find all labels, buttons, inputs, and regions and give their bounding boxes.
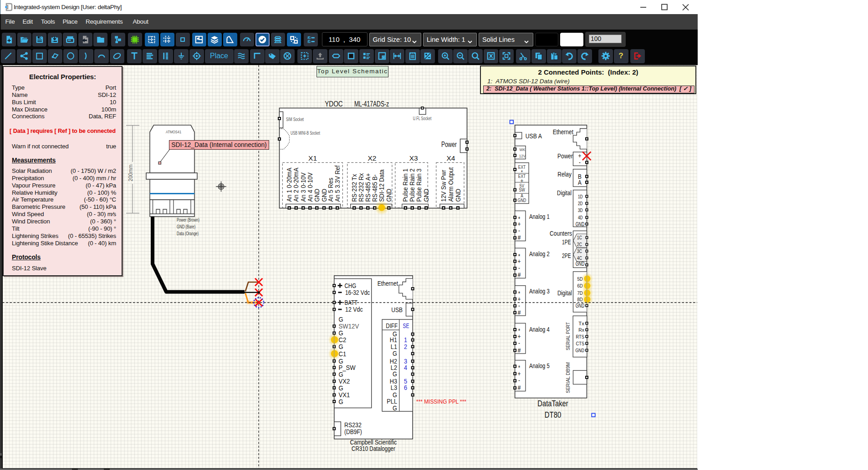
svg-text:Digital: Digital (557, 189, 572, 197)
svg-text:SW: SW (519, 187, 525, 192)
svg-text:+: + (518, 220, 521, 227)
svg-text:A: A (578, 179, 582, 186)
svg-text:Pulse Rain 3: Pulse Rain 3 (415, 168, 423, 202)
svg-text:An 5 3.3V Ref: An 5 3.3V Ref (334, 165, 341, 202)
svg-text:2PE: 2PE (562, 252, 571, 259)
svg-text:SERIAL DB9M: SERIAL DB9M (565, 362, 571, 393)
svg-text:GND: GND (518, 198, 526, 203)
svg-text:+: + (518, 295, 521, 303)
svg-text:#: # (518, 234, 521, 241)
svg-text:Data (Orange): Data (Orange) (177, 231, 199, 236)
svg-text:*** MISSING PPL ***: *** MISSING PPL *** (416, 399, 466, 405)
svg-text:12V: 12V (519, 153, 526, 158)
svg-text:Ethernet: Ethernet (378, 279, 398, 287)
svg-text:GND: GND (423, 189, 430, 202)
svg-text:USB MINI-B Socket: USB MINI-B Socket (291, 130, 320, 136)
svg-text:+: + (518, 370, 521, 377)
svg-text:X3: X3 (409, 154, 418, 162)
svg-text:-: - (518, 227, 520, 234)
svg-text:USB A: USB A (526, 132, 542, 140)
svg-text:-: - (518, 302, 520, 309)
svg-text:SIM Socket: SIM Socket (286, 116, 304, 122)
svg-text:CTS: CTS (576, 341, 585, 346)
svg-text:An 3 0-10V: An 3 0-10V (300, 172, 307, 202)
svg-text:GND: GND (313, 189, 321, 202)
svg-text:ML-417ADS-z: ML-417ADS-z (354, 100, 389, 108)
svg-text:#: # (518, 309, 521, 316)
svg-text:Ethernet: Ethernet (553, 128, 574, 136)
svg-text:3D: 3D (578, 207, 583, 213)
svg-text:G: G (393, 404, 397, 412)
svg-text:+: + (518, 258, 521, 265)
svg-text:GND (Bare): GND (Bare) (177, 224, 195, 229)
svg-text:-: - (518, 377, 520, 384)
svg-text:Power (Brown): Power (Brown) (177, 217, 199, 222)
svg-text:DIFF: DIFF (386, 322, 398, 329)
svg-text:#: # (518, 347, 521, 354)
svg-text:G: G (393, 349, 397, 357)
svg-text:Analog 1: Analog 1 (529, 212, 550, 220)
svg-text:16-32 Vdc: 16-32 Vdc (345, 288, 370, 296)
svg-text:U.FL Socket: U.FL Socket (413, 116, 431, 121)
svg-text:Counters: Counters (550, 230, 572, 237)
svg-text:12V Sw Pwr: 12V Sw Pwr (440, 170, 447, 202)
svg-text:GND: GND (454, 189, 462, 202)
svg-text:CR310 Datalogger: CR310 Datalogger (352, 445, 395, 452)
svg-text:12 Vdc: 12 Vdc (345, 305, 363, 313)
svg-text:GND: GND (575, 348, 584, 353)
svg-text:Digital: Digital (557, 289, 572, 297)
svg-text:4C: 4C (577, 255, 582, 261)
svg-text:+: + (518, 333, 521, 340)
svg-text:An 2 0-20mA: An 2 0-20mA (292, 167, 300, 202)
svg-text:X2: X2 (368, 154, 377, 162)
svg-text:Analog 5: Analog 5 (529, 362, 550, 369)
svg-text:An 1 0-20mA: An 1 0-20mA (286, 167, 293, 202)
svg-text:2C: 2C (577, 242, 582, 247)
svg-text:RS-232 Tx: RS-232 Tx (351, 174, 358, 202)
svg-text:-: - (579, 159, 581, 166)
svg-text:GND: GND (576, 221, 585, 227)
svg-text:USB: USB (391, 306, 403, 313)
svg-text:3C: 3C (577, 248, 582, 254)
svg-text:1PE: 1PE (562, 238, 571, 246)
svg-text:RS-232 Rx: RS-232 Rx (357, 173, 365, 202)
svg-text:#: # (518, 271, 521, 278)
svg-text:SERIAL PORT: SERIAL PORT (565, 322, 571, 350)
svg-text:2D: 2D (578, 201, 583, 206)
svg-text:GND: GND (576, 261, 585, 267)
svg-text:4D: 4D (578, 215, 583, 220)
svg-text:Pulse Rain 1: Pulse Rain 1 (402, 168, 409, 202)
svg-text:DataTaker: DataTaker (537, 399, 568, 408)
svg-text:RS-485 A+: RS-485 A+ (364, 173, 372, 202)
svg-text:4: 4 (404, 364, 407, 371)
svg-text:Alarm Output: Alarm Output (447, 167, 454, 202)
svg-text:X1: X1 (308, 154, 317, 162)
svg-text:G: G (393, 370, 397, 378)
svg-text:RS-485 B-: RS-485 B- (371, 174, 378, 202)
svg-text:GND: GND (385, 189, 393, 202)
svg-text:WK: WK (520, 147, 526, 152)
svg-text:1D: 1D (578, 194, 583, 199)
svg-text:Power: Power (441, 141, 457, 148)
svg-text:#: # (518, 384, 521, 391)
svg-text:YDOC: YDOC (325, 100, 343, 108)
svg-text:Relay: Relay (557, 170, 572, 178)
svg-text:L3: L3 (391, 384, 397, 391)
svg-text:X4: X4 (447, 154, 455, 162)
svg-text:Power: Power (557, 152, 573, 160)
svg-text:-: - (518, 264, 520, 272)
svg-text:G: G (339, 370, 343, 378)
svg-text:-: - (518, 339, 520, 347)
svg-text:200mm: 200mm (127, 165, 134, 182)
svg-text:2: 2 (404, 343, 407, 350)
svg-text:SE: SE (403, 322, 409, 329)
svg-text:An 5 Res: An 5 Res (327, 178, 334, 202)
svg-text:SDI-12 Data: SDI-12 Data (378, 169, 385, 202)
svg-text:An 4 0-10V: An 4 0-10V (306, 172, 314, 202)
svg-text:(DB9F): (DB9F) (344, 428, 362, 435)
svg-text:DT80: DT80 (545, 410, 562, 419)
svg-text:G: G (339, 384, 343, 392)
svg-text:RTS: RTS (576, 334, 585, 339)
svg-text:Analog 3: Analog 3 (529, 287, 550, 295)
svg-text:Tx: Tx (578, 321, 584, 326)
